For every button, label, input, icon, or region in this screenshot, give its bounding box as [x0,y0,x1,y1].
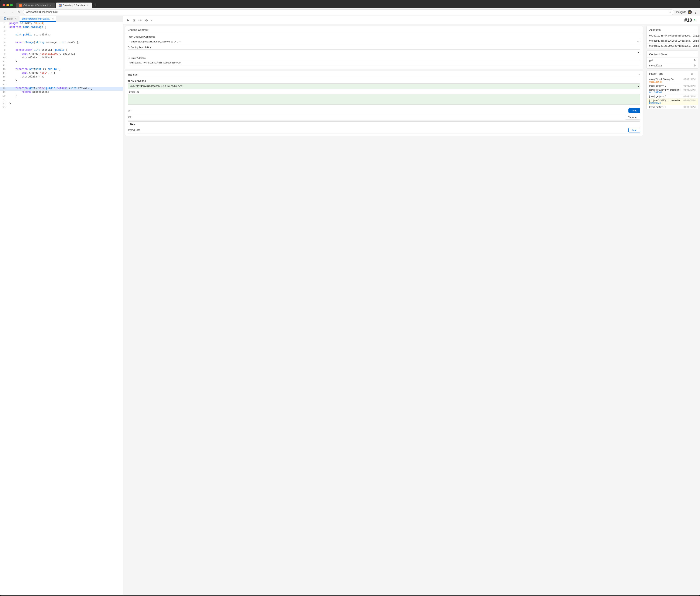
set-input[interactable] [128,122,640,126]
code-icon[interactable]: </> [139,19,143,22]
address-bar[interactable]: localhost:8080/sandbox.html ☆ [23,9,674,15]
right-panel: Accounts − 0x2e219248f44546d966808cdd20c… [645,24,700,595]
choose-contract-header: Choose Contract − [125,26,643,33]
enter-address-label: Or Enter Address: [128,57,640,59]
help-icon[interactable]: ? [151,18,152,22]
code-line-16: 16 } [0,79,123,83]
close-traffic-light[interactable] [3,4,5,6]
tab-sandbox-label: Cakeshop // Sandbox [63,4,85,6]
code-area: 1 pragma solidity ^0.5.4; 2 contract Sim… [0,22,123,110]
transact-minimize[interactable]: − [639,73,640,76]
function-row-set: set Transact [128,114,640,121]
function-row-storeddata: storedData Read [128,127,640,133]
tab-ballot[interactable]: 📄 Ballot ✕ [2,16,19,22]
ballot-tab-icon: 📄 [4,18,6,20]
paper-tape-panel: Paper Tape ⧉ − using 'SimpleStorage' at … [647,70,698,109]
accounts-header: Accounts − [647,26,698,33]
account-row-0: 0x2e219248f44546d966808cdd20c... 1000000… [647,33,698,38]
from-address-select[interactable]: 0x2e219248f44546d966808cdd20cb6c36df6efa… [128,83,640,89]
tape-link-0[interactable]: 0x881ba6a7 [649,80,662,83]
private-for-input[interactable] [128,94,640,105]
browser-menu-button[interactable]: ⋮ [694,10,697,15]
tape-text-5: [read] get() => 0 [649,106,682,108]
state-row-storeddata: storedData 0 [647,63,698,68]
account-address-2: 0x50bb02281de5f00cc1f1dd5a669... [649,45,694,47]
transact-panel: Transact − FROM ADDRESS 0x2e219248f44546… [125,71,643,136]
incognito-icon: 🕵 [688,10,692,14]
new-tab-button[interactable]: + [93,2,99,8]
choose-contract-body: From Deployed Contracts: SimpleStorage (… [125,33,643,69]
accounts-list: 0x2e219248f44546d966808cdd20c... 1000000… [647,33,698,49]
simplestorage-tab-close[interactable]: ✕ [52,18,54,20]
transact-header: Transact − [125,71,643,78]
tab-sandbox[interactable]: 🍰 Cakeshop // Sandbox ✕ [56,3,92,8]
tape-minimize-icon[interactable]: − [694,72,696,75]
settings-icon[interactable]: ⚙ [145,18,148,22]
incognito-label: Incognito [676,10,686,14]
maximize-traffic-light[interactable] [10,4,13,6]
contract-state-title: Contract State [649,53,667,56]
state-value-get: 0 [694,59,696,62]
tape-entry-1: [read] get() => 0 03:03:23 PM [647,84,698,88]
tab-simplestorage[interactable]: SimpleStorage 0x881ba6a7 ✕ [20,16,56,22]
deploy-from-editor-select[interactable] [128,49,640,55]
tab-dashboard[interactable]: 🍰 Cakeshop // Dashboard ✕ [16,3,55,8]
deploy-icon[interactable]: ► [127,18,130,22]
contract-state-minimize[interactable]: − [694,52,696,56]
paper-tape-header: Paper Tape ⧉ − [647,71,698,77]
account-row-1: 0xcd5b17da5ad176905c12fc85ce4... 0.00 [647,38,698,44]
code-line-12: 12 [0,64,123,68]
tape-entry-3: [read] get() => 0 03:03:28 PM [647,95,698,99]
private-for-label: Private For [128,90,640,93]
sync-icon[interactable]: ↻ [694,18,697,23]
tape-link-4[interactable]: 0xf9bc856c [649,102,661,104]
tape-link-2[interactable]: 0xcd362161 [649,91,662,94]
tab-sandbox-close[interactable]: ✕ [86,4,90,7]
forward-button[interactable]: → [9,9,15,15]
sandbox-toolbar: ► 🗑 </> ⚙ ? #19 ↻ [123,16,700,24]
code-line-2: 2 contract SimpleStorage { [0,26,123,29]
state-value-storeddata: 0 [694,64,696,67]
browser-window: 🍰 Cakeshop // Dashboard ✕ 🍰 Cakeshop // … [0,0,700,596]
minimize-traffic-light[interactable] [6,4,9,6]
toolbar-icons: ► 🗑 </> ⚙ ? [127,18,152,22]
back-button[interactable]: ← [3,9,8,15]
function-get-name: get [128,109,131,112]
code-line-15: 15 storedData = x; [0,75,123,79]
code-line-17: 17 [0,83,123,87]
tab-dashboard-close[interactable]: ✕ [49,4,52,7]
editor-content[interactable]: 1 pragma solidity ^0.5.4; 2 contract Sim… [0,22,123,595]
storeddata-read-button[interactable]: Read [628,128,640,132]
contract-state-list: get 0 storedData 0 [647,58,698,68]
account-address-0: 0x2e219248f44546d966808cdd20c... [649,34,694,37]
contract-state-header: Contract State − [647,51,698,58]
delete-icon[interactable]: 🗑 [132,18,136,22]
block-number: #19 [684,18,692,23]
tape-copy-icon[interactable]: ⧉ [691,72,693,75]
enter-address-input[interactable] [128,60,640,65]
function-row-get: get Read [128,107,640,114]
tape-entry-2: [txn] set("1234") => created tx 0xcd3621… [647,88,698,95]
state-key-storeddata: storedData [649,64,662,67]
editor-panel: 📄 Ballot ✕ SimpleStorage 0x881ba6a7 ✕ 1 … [0,16,123,595]
code-line-4: 4 uint public storedData; [0,33,123,37]
accounts-minimize[interactable]: − [694,28,696,31]
reload-button[interactable]: ↻ [16,9,21,15]
code-line-11: 11 } [0,60,123,64]
editor-tabs: 📄 Ballot ✕ SimpleStorage 0x881ba6a7 ✕ [0,16,123,22]
choose-contract-title: Choose Contract [128,28,148,31]
tape-time-1: 03:03:23 PM [683,85,696,87]
get-read-button[interactable]: Read [628,108,640,113]
tape-entry-4: [txn] set("4321") => created tx 0xf9bc85… [647,99,698,105]
paper-tape-title: Paper Tape [649,72,663,75]
ballot-tab-close[interactable]: ✕ [15,18,17,20]
transact-title: Transact [128,73,138,76]
deployed-contracts-select[interactable]: SimpleStorage (0x881ba6a7, 2019-06-19 04… [128,39,640,44]
state-row-get: get 0 [647,58,698,63]
set-transact-button[interactable]: Transact [625,115,640,120]
choose-contract-minimize[interactable]: − [639,28,640,31]
sandbox-panels: Choose Contract − From Deployed Contract… [123,24,700,595]
bookmark-icon[interactable]: ☆ [669,10,672,14]
tape-time-3: 03:03:28 PM [683,95,696,98]
browser-addressbar: ← → ↻ localhost:8080/sandbox.html ☆ Inco… [0,8,700,16]
